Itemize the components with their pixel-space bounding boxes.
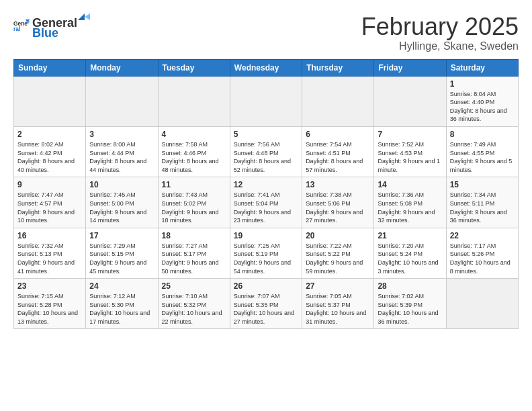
calendar-cell: 5Sunrise: 7:56 AM Sunset: 4:48 PM Daylig…	[230, 126, 302, 177]
day-info: Sunrise: 8:04 AM Sunset: 4:40 PM Dayligh…	[450, 90, 515, 124]
day-number: 9	[17, 180, 82, 189]
title-area: February 2025 Hyllinge, Skane, Sweden	[361, 13, 519, 52]
weekday-header-saturday: Saturday	[446, 59, 518, 76]
calendar-cell: 19Sunrise: 7:25 AM Sunset: 5:19 PM Dayli…	[230, 228, 302, 278]
day-info: Sunrise: 7:10 AM Sunset: 5:32 PM Dayligh…	[162, 292, 226, 326]
calendar-cell: 6Sunrise: 7:54 AM Sunset: 4:51 PM Daylig…	[302, 126, 374, 177]
weekday-header-tuesday: Tuesday	[158, 59, 230, 76]
day-info: Sunrise: 7:58 AM Sunset: 4:46 PM Dayligh…	[162, 140, 226, 174]
calendar-cell	[446, 279, 518, 329]
calendar-cell: 8Sunrise: 7:49 AM Sunset: 4:55 PM Daylig…	[446, 126, 518, 177]
calendar-cell	[302, 76, 374, 126]
calendar-cell: 3Sunrise: 8:00 AM Sunset: 4:44 PM Daylig…	[86, 126, 158, 177]
day-number: 5	[234, 130, 298, 139]
day-number: 12	[234, 180, 298, 189]
calendar-cell: 7Sunrise: 7:52 AM Sunset: 4:53 PM Daylig…	[374, 126, 446, 177]
weekday-header-wednesday: Wednesday	[230, 59, 302, 76]
calendar-cell: 15Sunrise: 7:34 AM Sunset: 5:11 PM Dayli…	[446, 177, 518, 228]
calendar-cell: 23Sunrise: 7:15 AM Sunset: 5:28 PM Dayli…	[14, 279, 86, 329]
calendar-cell: 17Sunrise: 7:29 AM Sunset: 5:15 PM Dayli…	[86, 228, 158, 278]
day-info: Sunrise: 7:15 AM Sunset: 5:28 PM Dayligh…	[17, 292, 82, 326]
day-number: 13	[306, 180, 370, 189]
day-info: Sunrise: 7:41 AM Sunset: 5:04 PM Dayligh…	[234, 191, 298, 224]
calendar: SundayMondayTuesdayWednesdayThursdayFrid…	[13, 59, 519, 330]
day-info: Sunrise: 7:38 AM Sunset: 5:06 PM Dayligh…	[306, 191, 370, 224]
calendar-cell: 27Sunrise: 7:05 AM Sunset: 5:37 PM Dayli…	[302, 279, 374, 329]
svg-marker-5	[85, 13, 90, 20]
calendar-cell: 13Sunrise: 7:38 AM Sunset: 5:06 PM Dayli…	[302, 177, 374, 228]
day-info: Sunrise: 7:32 AM Sunset: 5:13 PM Dayligh…	[17, 242, 82, 275]
day-info: Sunrise: 7:34 AM Sunset: 5:11 PM Dayligh…	[450, 191, 515, 224]
day-info: Sunrise: 7:54 AM Sunset: 4:51 PM Dayligh…	[306, 140, 370, 174]
header: Gene ral General Blue February 2025 Hyll…	[13, 13, 519, 52]
day-number: 2	[17, 130, 82, 139]
day-number: 19	[234, 231, 298, 240]
calendar-cell: 25Sunrise: 7:10 AM Sunset: 5:32 PM Dayli…	[158, 279, 230, 329]
calendar-cell: 14Sunrise: 7:36 AM Sunset: 5:08 PM Dayli…	[374, 177, 446, 228]
day-number: 27	[306, 281, 370, 291]
location-title: Hyllinge, Skane, Sweden	[361, 40, 519, 52]
calendar-cell: 22Sunrise: 7:17 AM Sunset: 5:26 PM Dayli…	[446, 228, 518, 278]
day-number: 10	[89, 180, 154, 189]
day-info: Sunrise: 7:36 AM Sunset: 5:08 PM Dayligh…	[378, 191, 442, 224]
calendar-week-row: 2Sunrise: 8:02 AM Sunset: 4:42 PM Daylig…	[14, 126, 519, 177]
day-number: 26	[234, 281, 298, 291]
calendar-cell: 1Sunrise: 8:04 AM Sunset: 4:40 PM Daylig…	[446, 76, 518, 126]
calendar-cell: 24Sunrise: 7:12 AM Sunset: 5:30 PM Dayli…	[86, 279, 158, 329]
day-info: Sunrise: 7:05 AM Sunset: 5:37 PM Dayligh…	[306, 292, 370, 326]
day-number: 28	[378, 281, 442, 291]
svg-marker-4	[78, 13, 85, 20]
day-info: Sunrise: 7:45 AM Sunset: 5:00 PM Dayligh…	[89, 191, 154, 224]
calendar-cell	[158, 76, 230, 126]
day-number: 8	[450, 130, 515, 139]
calendar-week-row: 9Sunrise: 7:47 AM Sunset: 4:57 PM Daylig…	[14, 177, 519, 228]
day-info: Sunrise: 8:02 AM Sunset: 4:42 PM Dayligh…	[17, 140, 82, 174]
day-info: Sunrise: 7:25 AM Sunset: 5:19 PM Dayligh…	[234, 242, 298, 275]
day-number: 11	[162, 180, 226, 189]
day-number: 24	[89, 281, 154, 291]
day-info: Sunrise: 7:17 AM Sunset: 5:26 PM Dayligh…	[450, 242, 515, 275]
calendar-cell: 20Sunrise: 7:22 AM Sunset: 5:22 PM Dayli…	[302, 228, 374, 278]
calendar-cell	[230, 76, 302, 126]
day-info: Sunrise: 7:29 AM Sunset: 5:15 PM Dayligh…	[89, 242, 154, 275]
day-info: Sunrise: 7:43 AM Sunset: 5:02 PM Dayligh…	[162, 191, 226, 224]
day-number: 1	[450, 79, 515, 89]
calendar-cell: 11Sunrise: 7:43 AM Sunset: 5:02 PM Dayli…	[158, 177, 230, 228]
calendar-cell: 9Sunrise: 7:47 AM Sunset: 4:57 PM Daylig…	[14, 177, 86, 228]
calendar-cell: 10Sunrise: 7:45 AM Sunset: 5:00 PM Dayli…	[86, 177, 158, 228]
day-number: 6	[306, 130, 370, 139]
month-title: February 2025	[361, 13, 519, 40]
day-number: 23	[17, 281, 82, 291]
logo-triangle-icon	[78, 13, 91, 27]
calendar-header-row: SundayMondayTuesdayWednesdayThursdayFrid…	[14, 59, 519, 76]
weekday-header-sunday: Sunday	[14, 59, 86, 76]
day-info: Sunrise: 8:00 AM Sunset: 4:44 PM Dayligh…	[89, 140, 154, 174]
day-number: 16	[17, 231, 82, 240]
weekday-header-friday: Friday	[374, 59, 446, 76]
weekday-header-monday: Monday	[86, 59, 158, 76]
logo-icon: Gene ral	[13, 17, 30, 34]
day-number: 25	[162, 281, 226, 291]
day-info: Sunrise: 7:47 AM Sunset: 4:57 PM Dayligh…	[17, 191, 82, 224]
day-info: Sunrise: 7:52 AM Sunset: 4:53 PM Dayligh…	[378, 140, 442, 174]
calendar-cell: 2Sunrise: 8:02 AM Sunset: 4:42 PM Daylig…	[14, 126, 86, 177]
calendar-cell: 12Sunrise: 7:41 AM Sunset: 5:04 PM Dayli…	[230, 177, 302, 228]
day-info: Sunrise: 7:20 AM Sunset: 5:24 PM Dayligh…	[378, 242, 442, 275]
day-info: Sunrise: 7:02 AM Sunset: 5:39 PM Dayligh…	[378, 292, 442, 326]
svg-text:ral: ral	[13, 26, 20, 32]
calendar-cell: 4Sunrise: 7:58 AM Sunset: 4:46 PM Daylig…	[158, 126, 230, 177]
day-number: 4	[162, 130, 226, 139]
day-number: 20	[306, 231, 370, 240]
day-number: 3	[89, 130, 154, 139]
day-number: 22	[450, 231, 515, 240]
day-info: Sunrise: 7:56 AM Sunset: 4:48 PM Dayligh…	[234, 140, 298, 174]
calendar-cell	[374, 76, 446, 126]
day-number: 15	[450, 180, 515, 189]
calendar-cell: 26Sunrise: 7:07 AM Sunset: 5:35 PM Dayli…	[230, 279, 302, 329]
logo: Gene ral General Blue	[13, 13, 92, 40]
calendar-week-row: 1Sunrise: 8:04 AM Sunset: 4:40 PM Daylig…	[14, 76, 519, 126]
day-info: Sunrise: 7:12 AM Sunset: 5:30 PM Dayligh…	[89, 292, 154, 326]
calendar-cell: 28Sunrise: 7:02 AM Sunset: 5:39 PM Dayli…	[374, 279, 446, 329]
calendar-cell: 21Sunrise: 7:20 AM Sunset: 5:24 PM Dayli…	[374, 228, 446, 278]
calendar-week-row: 23Sunrise: 7:15 AM Sunset: 5:28 PM Dayli…	[14, 279, 519, 329]
